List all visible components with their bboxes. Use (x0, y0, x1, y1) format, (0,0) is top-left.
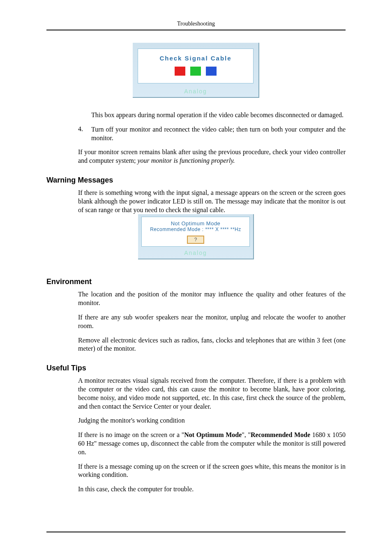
check-signal-dialog: Check Signal Cable Analog (133, 43, 259, 98)
step-4-number: 4. (78, 125, 91, 143)
check-signal-title: Check Signal Cable (138, 55, 253, 62)
step-4-text: Turn off your monitor and reconnect the … (91, 125, 346, 143)
tips-p3: If there is no image on the screen or a … (78, 431, 346, 456)
blue-square-icon (206, 67, 217, 76)
warning-messages-p1: If there is something wrong with the inp… (78, 189, 346, 214)
step-4-row: 4. Turn off your monitor and reconnect t… (78, 125, 346, 143)
not-optimum-line1: Not Optimum Mode (143, 220, 248, 227)
tips-p3-bold1: Not Optimum Mode (184, 431, 242, 438)
fig1-caption: This box appears during normal operation… (91, 111, 346, 120)
tips-p3-mid: ", " (242, 431, 251, 438)
tips-p5: In this case, check the computer for tro… (78, 485, 346, 494)
environment-p1: The location and the position of the mon… (78, 290, 346, 308)
environment-p3: Remove all electronic devices such as ra… (78, 336, 346, 354)
not-optimum-line2: Recommended Mode : **** X **** **Hz (143, 227, 248, 232)
page-header: Troubleshooting (46, 21, 346, 27)
footer-rule (46, 532, 346, 532)
not-optimum-dialog: Not Optimum Mode Recommended Mode : ****… (138, 214, 254, 259)
warning-messages-heading: Warning Messages (46, 176, 346, 185)
environment-heading: Environment (46, 278, 346, 286)
tips-p4: If there is a message coming up on the s… (78, 462, 346, 480)
environment-p2: If there are any sub woofer speakers nea… (78, 313, 346, 331)
check-signal-footer: Analog (133, 87, 258, 97)
not-optimum-footer: Analog (138, 248, 253, 259)
tips-p3-pre: If there is no image on the screen or a … (78, 431, 184, 438)
red-square-icon (175, 67, 185, 76)
not-optimum-help-button[interactable]: ? (187, 236, 205, 244)
post-step4-note: If your monitor screen remains blank aft… (78, 148, 346, 165)
tips-p3-bold2: Recommended Mode (251, 431, 310, 438)
tips-p2: Judging the monitor's working condition (78, 416, 346, 425)
green-square-icon (190, 67, 201, 76)
useful-tips-heading: Useful Tips (46, 364, 346, 372)
post-step4-italic: your monitor is functioning properly. (137, 157, 235, 164)
tips-p1: A monitor recreates visual signals recei… (78, 377, 346, 411)
rgb-indicator (138, 67, 253, 77)
